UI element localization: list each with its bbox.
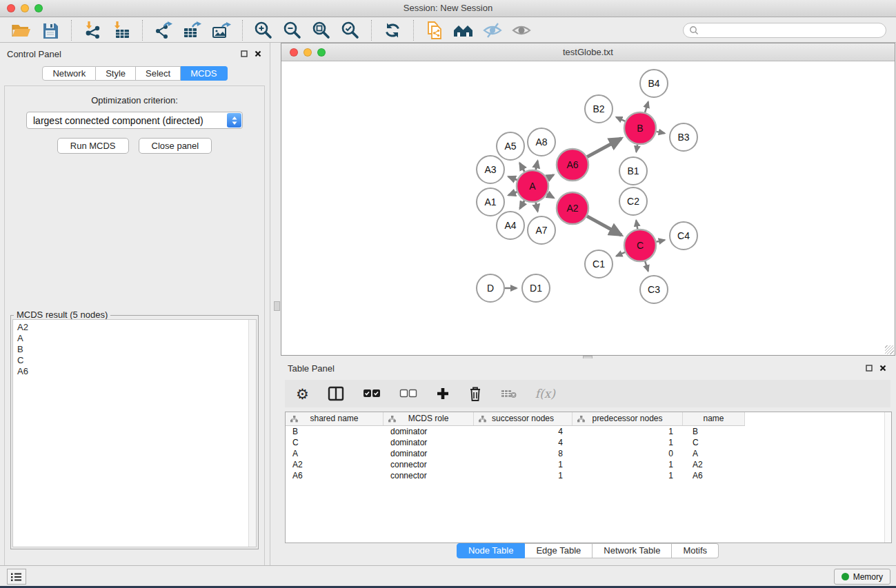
minimize-network-window-button[interactable] xyxy=(303,48,312,57)
first-neighbors-button[interactable] xyxy=(451,19,476,41)
graph-node-A8[interactable]: A8 xyxy=(528,128,555,156)
tab-node-table[interactable]: Node Table xyxy=(457,543,526,558)
graph-node-A3[interactable]: A3 xyxy=(477,156,504,183)
table-row[interactable]: Cdominator41C xyxy=(286,437,891,448)
graph-edge-B-B2[interactable] xyxy=(616,117,625,121)
run-mcds-button[interactable]: Run MCDS xyxy=(57,138,129,154)
graph-node-C1[interactable]: C1 xyxy=(585,250,613,278)
result-list-scrollbar[interactable] xyxy=(248,320,256,547)
graph-node-A7[interactable]: A7 xyxy=(528,216,555,244)
graph-node-C4[interactable]: C4 xyxy=(670,222,697,250)
criterion-dropdown[interactable]: largest connected component (directed) xyxy=(26,112,243,129)
export-table-button[interactable] xyxy=(180,19,205,41)
graph-edge-A-A2[interactable] xyxy=(547,194,554,198)
float-panel-button[interactable] xyxy=(239,49,249,59)
hide-selected-button[interactable] xyxy=(480,19,505,41)
close-panel-button[interactable] xyxy=(253,49,263,59)
deselect-all-columns-button[interactable] xyxy=(399,389,417,398)
delete-rows-button[interactable] xyxy=(468,386,482,401)
zoom-window-button[interactable] xyxy=(34,4,43,12)
tab-mcds[interactable]: MCDS xyxy=(181,66,227,81)
graph-edge-C-C3[interactable] xyxy=(645,261,648,271)
graph-edge-C-C2[interactable] xyxy=(636,221,637,230)
import-table-button[interactable] xyxy=(109,19,134,41)
graph-edge-A2-C[interactable] xyxy=(587,216,621,235)
graph-node-B[interactable]: B xyxy=(624,112,656,144)
memory-button[interactable]: Memory xyxy=(834,569,890,585)
column-header-mcds-role[interactable]: MCDS role xyxy=(384,412,474,425)
graph-edge-A-A5[interactable] xyxy=(520,163,525,172)
zoom-in-button[interactable] xyxy=(251,19,276,41)
add-row-button[interactable] xyxy=(436,387,450,401)
graph-edge-A-A8[interactable] xyxy=(536,161,538,170)
graph-edge-A6-B[interactable] xyxy=(587,139,621,157)
import-network-button[interactable] xyxy=(80,19,105,41)
graph-node-D[interactable]: D xyxy=(477,274,504,302)
graph-node-B4[interactable]: B4 xyxy=(640,70,668,97)
graph-node-D1[interactable]: D1 xyxy=(522,274,550,302)
tab-network-table[interactable]: Network Table xyxy=(593,543,672,558)
graph-edge-C-C1[interactable] xyxy=(617,252,626,256)
graph-edge-A-A3[interactable] xyxy=(508,176,517,180)
close-panel-action-button[interactable]: Close panel xyxy=(139,138,212,154)
graph-node-A2[interactable]: A2 xyxy=(557,192,588,224)
tab-edge-table[interactable]: Edge Table xyxy=(525,543,593,558)
tab-select[interactable]: Select xyxy=(136,66,181,81)
mcds-result-item[interactable]: B xyxy=(17,344,256,355)
graph-edge-A-A7[interactable] xyxy=(536,203,538,212)
show-columns-button[interactable] xyxy=(328,386,344,401)
desktop-vertical-scrollbar[interactable] xyxy=(274,301,280,311)
tab-motifs[interactable]: Motifs xyxy=(672,543,719,558)
table-scrollbar[interactable] xyxy=(884,412,891,543)
new-network-from-selection-button[interactable] xyxy=(422,19,447,41)
column-header-name[interactable]: name xyxy=(683,412,745,425)
table-row[interactable]: A2connector11A2 xyxy=(286,459,891,470)
graph-node-A[interactable]: A xyxy=(517,170,548,202)
mcds-result-item[interactable]: C xyxy=(17,355,256,366)
show-all-button[interactable] xyxy=(509,19,534,41)
graph-node-B1[interactable]: B1 xyxy=(619,157,647,185)
table-row[interactable]: Adominator80A xyxy=(286,448,891,459)
column-header-predecessor-nodes[interactable]: predecessor nodes xyxy=(573,412,683,425)
close-table-panel-button[interactable] xyxy=(878,363,888,373)
graph-node-C[interactable]: C xyxy=(624,230,656,261)
task-history-button[interactable] xyxy=(7,569,26,585)
graph-edge-B-B3[interactable] xyxy=(657,132,665,133)
graph-edge-C-C4[interactable] xyxy=(656,240,664,242)
graph-node-A1[interactable]: A1 xyxy=(477,188,504,216)
float-table-panel-button[interactable] xyxy=(864,363,874,373)
export-network-button[interactable] xyxy=(151,19,176,41)
table-row[interactable]: A6connector11A6 xyxy=(286,470,891,481)
tab-style[interactable]: Style xyxy=(96,66,136,81)
graph-edge-B-B1[interactable] xyxy=(636,145,637,152)
table-settings-button[interactable]: ⚙ xyxy=(296,387,309,401)
close-network-window-button[interactable] xyxy=(290,48,298,57)
save-session-button[interactable] xyxy=(38,19,63,41)
network-canvas[interactable]: B4B2BB3A5A8A6A3B1AA1C2A2A4A7C4CC1DD1C3 xyxy=(281,61,894,354)
zoom-fit-button[interactable] xyxy=(309,19,334,41)
column-header-shared-name[interactable]: shared name xyxy=(286,412,384,425)
mcds-result-item[interactable]: A6 xyxy=(17,366,256,377)
mcds-result-item[interactable]: A2 xyxy=(17,322,256,333)
graph-node-B2[interactable]: B2 xyxy=(585,95,613,123)
select-all-columns-button[interactable] xyxy=(363,389,381,398)
export-image-button[interactable] xyxy=(209,19,234,41)
table-row[interactable]: Bdominator41B xyxy=(286,426,891,437)
graph-edge-B-B4[interactable] xyxy=(645,102,648,112)
zoom-selected-button[interactable] xyxy=(338,19,363,41)
open-session-button[interactable] xyxy=(9,19,34,41)
graph-edge-A-A4[interactable] xyxy=(520,201,525,209)
graph-edge-A-A6[interactable] xyxy=(547,175,553,179)
graph-node-A5[interactable]: A5 xyxy=(497,132,524,160)
resize-grip[interactable] xyxy=(885,345,894,354)
search-input[interactable] xyxy=(702,25,880,35)
graph-edge-A-A1[interactable] xyxy=(508,192,517,195)
refresh-view-button[interactable] xyxy=(380,19,405,41)
close-window-button[interactable] xyxy=(7,4,15,12)
graph-node-C3[interactable]: C3 xyxy=(640,276,668,303)
column-header-successor-nodes[interactable]: successor nodes xyxy=(474,412,573,425)
minimize-window-button[interactable] xyxy=(21,4,29,12)
zoom-network-window-button[interactable] xyxy=(317,48,326,57)
graph-node-C2[interactable]: C2 xyxy=(619,187,647,215)
zoom-out-button[interactable] xyxy=(280,19,305,41)
